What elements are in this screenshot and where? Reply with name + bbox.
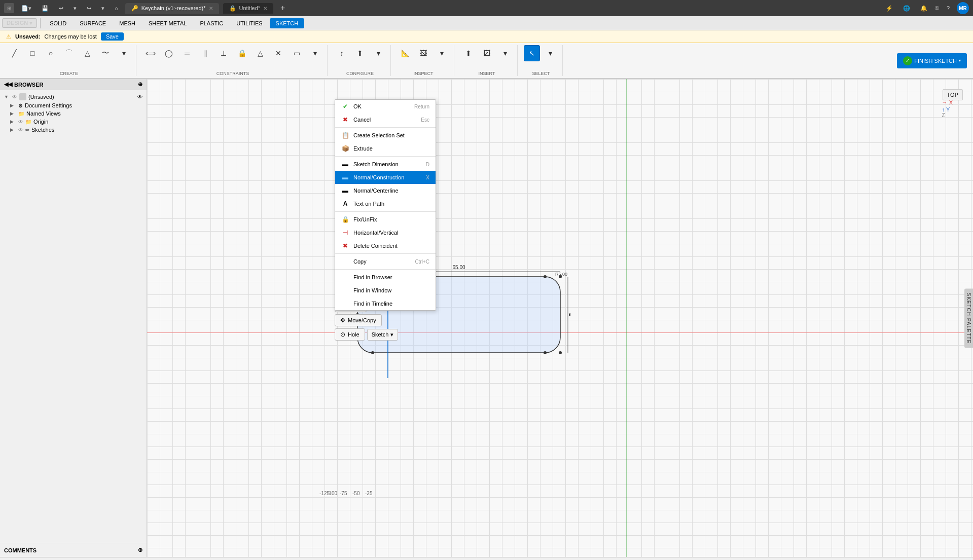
- mi-shortcut-ok: Return: [414, 104, 429, 109]
- insert-more[interactable]: ▾: [497, 45, 513, 61]
- browser-collapse-btn[interactable]: ◀◀: [4, 81, 12, 88]
- new-tab-btn[interactable]: +: [277, 3, 288, 14]
- tab-keychain[interactable]: 🔑 Keychain (v1~recovered)* ✕: [125, 3, 219, 14]
- finish-sketch-btn[interactable]: ✓ FINISH SKETCH ▾: [897, 53, 967, 68]
- canvas[interactable]: TOP → X ↑ Y Z 65.00 25.00 R R5.00: [147, 79, 973, 557]
- select-btn[interactable]: ↖: [524, 45, 540, 61]
- undo-dropdown[interactable]: ▾: [70, 4, 80, 13]
- mini-row-4: ✥ Move/Copy: [335, 314, 429, 326]
- menu-item-horiz-vert[interactable]: ⊣ Horizontal/Vertical: [335, 226, 436, 239]
- comments-add-btn[interactable]: ⊕: [138, 547, 142, 553]
- menu-item-normal-construction[interactable]: ▬ Normal/Construction X: [335, 171, 436, 184]
- menu-item-cancel[interactable]: ✖ Cancel Esc: [335, 113, 436, 126]
- menu-item-text-on-path[interactable]: A Text on Path: [335, 197, 436, 210]
- tab-keychain-close[interactable]: ✕: [209, 6, 213, 11]
- constrain-rect[interactable]: ▭: [289, 45, 305, 61]
- undo-btn[interactable]: ↩: [56, 4, 66, 13]
- tree-label-unsaved: (Unsaved): [28, 94, 54, 100]
- menu-item-find-window[interactable]: Find in Window: [335, 284, 436, 297]
- constrain-symm[interactable]: ✕: [270, 45, 286, 61]
- constrain-parallel[interactable]: ∥: [197, 45, 213, 61]
- select-more[interactable]: ▾: [542, 45, 558, 61]
- menu-solid[interactable]: SOLID: [44, 18, 73, 28]
- constrain-lock[interactable]: 🔒: [234, 45, 250, 61]
- file-menu[interactable]: 📄▾: [18, 4, 34, 13]
- menu-item-fix-unfix[interactable]: 🔒 Fix/UnFix: [335, 213, 436, 226]
- redo-dropdown[interactable]: ▾: [98, 4, 107, 13]
- svg-point-13: [559, 275, 562, 278]
- help-online-btn[interactable]: 🌐: [900, 4, 913, 13]
- save-warning-btn[interactable]: Save: [101, 32, 124, 41]
- comments-bar: COMMENTS ⊕: [0, 543, 147, 557]
- redo-btn[interactable]: ↪: [84, 4, 94, 13]
- menu-item-find-timeline[interactable]: Find in Timeline: [335, 297, 436, 310]
- tree-item-origin[interactable]: ▶ 👁 📁 Origin: [2, 118, 145, 126]
- apps-icon[interactable]: ⊞: [4, 3, 14, 13]
- tree-item-doc-settings[interactable]: ▶ ⚙ Document Settings: [2, 101, 145, 109]
- tree-item-named-views[interactable]: ▶ 📁 Named Views: [2, 109, 145, 118]
- menu-item-extrude[interactable]: 📦 Extrude: [335, 142, 436, 155]
- help-btn[interactable]: ?: [944, 4, 953, 12]
- menu-item-create-selection[interactable]: 📋 Create Selection Set: [335, 129, 436, 142]
- circle-tool[interactable]: ○: [43, 45, 59, 61]
- menu-mesh[interactable]: MESH: [113, 18, 141, 28]
- configure-btn1[interactable]: ↕: [334, 45, 350, 61]
- poly-tool[interactable]: △: [79, 45, 95, 61]
- menu-item-ok[interactable]: ✔ OK Return: [335, 100, 436, 113]
- constrain-more[interactable]: ▾: [307, 45, 323, 61]
- dim-neg100: -100: [327, 491, 337, 496]
- lightning-btn[interactable]: ⚡: [883, 4, 896, 13]
- menu-plastic[interactable]: PLASTIC: [194, 18, 229, 28]
- menu-item-copy[interactable]: Copy Ctrl+C: [335, 255, 436, 268]
- notifications-btn[interactable]: 🔔: [917, 4, 930, 13]
- menu-utilities[interactable]: UTILITIES: [230, 18, 268, 28]
- tree-label-origin: Origin: [33, 119, 48, 125]
- insert-btn2[interactable]: 🖼: [479, 45, 495, 61]
- menu-surface[interactable]: SURFACE: [74, 18, 112, 28]
- move-copy-btn[interactable]: ✥ Move/Copy: [335, 314, 382, 326]
- configure-btn2[interactable]: ⬆: [352, 45, 368, 61]
- menu-item-normal-centerline[interactable]: ▬ Normal/Centerline: [335, 184, 436, 197]
- inspect-btn1[interactable]: 📐: [397, 45, 413, 61]
- menu-item-sketch-dim[interactable]: ▬ Sketch Dimension D: [335, 158, 436, 171]
- insert-btn1[interactable]: ⬆: [460, 45, 477, 61]
- inspect-btn2[interactable]: 🖼: [415, 45, 431, 61]
- inspect-more[interactable]: ▾: [434, 45, 450, 61]
- eye-icon-unsaved[interactable]: 👁: [12, 94, 17, 100]
- home-btn[interactable]: ⌂: [112, 4, 121, 12]
- constrain-horiz[interactable]: ⟺: [142, 45, 159, 61]
- design-menu-btn[interactable]: DESIGN ▾: [2, 18, 37, 28]
- sketch-palette-tab[interactable]: SKETCH PALETTE: [964, 288, 973, 348]
- tab-untitled-close[interactable]: ✕: [263, 6, 267, 11]
- tab-untitled[interactable]: 🔒 Untitled* ✕: [223, 3, 274, 14]
- menu-item-find-browser[interactable]: Find in Browser: [335, 271, 436, 284]
- inspect-label: INSPECT: [413, 71, 433, 76]
- menu-item-delete-coincident[interactable]: ✖ Delete Coincident: [335, 239, 436, 252]
- eye-icon-sketches[interactable]: 👁: [18, 127, 23, 133]
- sketch-dropdown[interactable]: Sketch ▾: [367, 329, 399, 341]
- user-avatar[interactable]: MR: [957, 2, 969, 14]
- hole-btn[interactable]: ⊙ Hole: [335, 328, 365, 341]
- svg-point-10: [544, 275, 547, 278]
- more-create[interactable]: ▾: [116, 45, 132, 61]
- arc-tool[interactable]: ⌒: [61, 45, 77, 61]
- rect-tool[interactable]: □: [24, 45, 41, 61]
- move-copy-label: Move/Copy: [348, 317, 376, 323]
- line-tool[interactable]: ╱: [6, 45, 22, 61]
- tree-item-sketches[interactable]: ▶ 👁 ✏ Sketches: [2, 126, 145, 134]
- constrain-circle[interactable]: ◯: [161, 45, 177, 61]
- configure-more[interactable]: ▾: [370, 45, 386, 61]
- sketch-dropdown-arrow: ▾: [390, 331, 393, 338]
- visibility-icon[interactable]: 👁: [137, 94, 142, 100]
- spline-tool[interactable]: 〜: [97, 45, 114, 61]
- constrain-tri[interactable]: △: [252, 45, 268, 61]
- mi-label-normal-centerline: Normal/Centerline: [353, 188, 399, 194]
- menu-sketch[interactable]: SKETCH: [270, 18, 305, 28]
- constrain-equal[interactable]: ═: [179, 45, 195, 61]
- eye-icon-origin[interactable]: 👁: [18, 119, 23, 125]
- browser-add-btn[interactable]: ⊕: [138, 81, 142, 88]
- constrain-perp[interactable]: ⊥: [215, 45, 232, 61]
- save-btn[interactable]: 💾: [39, 4, 52, 13]
- menu-sheet-metal[interactable]: SHEET METAL: [142, 18, 193, 28]
- tree-item-unsaved[interactable]: ▼ 👁 (Unsaved) 👁: [2, 92, 145, 101]
